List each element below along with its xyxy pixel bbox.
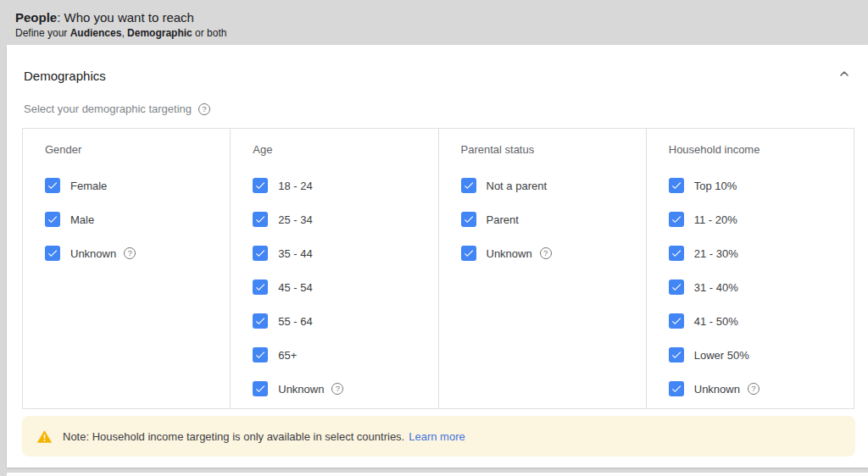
checkbox-label: 41 - 50% [694,315,738,328]
checkbox-row: 45 - 54 [253,270,437,304]
step-title-bold: People [15,10,57,25]
column-header: Gender [45,143,230,157]
column-header: Parental status [461,143,646,157]
demographics-column: Parental statusNot a parentParentUnknown… [439,129,647,408]
checkbox-row: Unknown? [45,236,230,270]
checkbox-row: 25 - 34 [253,202,437,236]
checked-checkbox[interactable] [253,347,268,363]
help-icon[interactable]: ? [124,247,136,259]
checkbox-label: Parent [487,213,519,226]
help-icon[interactable]: ? [331,383,343,395]
warning-icon [37,430,52,443]
checked-checkbox[interactable] [669,381,684,396]
checked-checkbox[interactable] [669,313,684,329]
checked-checkbox[interactable] [461,212,476,227]
checked-checkbox[interactable] [461,246,476,261]
next-card-sliver [7,473,868,476]
demographics-column: Household incomeTop 10%11 - 20%21 - 30%3… [647,129,854,408]
targeting-subtitle-row: Select your demographic targeting ? [24,102,210,115]
checked-checkbox[interactable] [669,178,684,193]
checkbox-label: 18 - 24 [278,180,312,192]
checkbox-row: Unknown? [669,372,854,406]
checked-checkbox[interactable] [45,246,60,261]
help-icon[interactable]: ? [540,247,552,259]
checkbox-row: Unknown? [253,372,437,406]
checked-checkbox[interactable] [253,178,268,193]
checkbox-row: Female [45,169,230,202]
checkbox-label: 11 - 20% [694,213,737,226]
checkbox-row: 11 - 20% [669,202,854,236]
demographics-column: GenderFemaleMaleUnknown? [23,129,231,408]
learn-more-link[interactable]: Learn more [409,430,465,443]
column-header: Age [253,143,437,157]
checkbox-label: 65+ [278,349,297,362]
checkbox-row: 55 - 64 [253,304,437,338]
checkbox-row: 21 - 30% [669,236,854,270]
checked-checkbox[interactable] [669,280,684,295]
help-icon[interactable]: ? [748,383,760,395]
checkbox-row: 18 - 24 [253,169,437,202]
card-title: Demographics [24,69,106,83]
checkbox-label: 35 - 44 [278,247,312,260]
demographics-table: GenderFemaleMaleUnknown?Age18 - 2425 - 3… [22,128,854,409]
checkbox-label: 25 - 34 [278,213,312,226]
checkbox-row: Top 10% [669,169,854,202]
collapse-button[interactable] [834,65,854,86]
checked-checkbox[interactable] [253,381,268,396]
checkbox-label: Top 10% [694,180,737,192]
column-header: Household income [669,143,854,157]
checkbox-label: Not a parent [487,180,548,192]
checkbox-label: 31 - 40% [694,281,738,294]
note-bar: Note: Household income targeting is only… [22,416,855,457]
checked-checkbox[interactable] [253,246,268,261]
checked-checkbox[interactable] [253,280,268,295]
checkbox-row: 35 - 44 [253,236,437,270]
checkbox-row: Not a parent [461,169,646,202]
checkbox-label: 21 - 30% [694,247,738,260]
checkbox-row: 65+ [253,338,437,372]
checkbox-label: Female [70,180,107,192]
step-sub-tail: or both [192,27,227,39]
checkbox-label: Unknown [487,247,532,260]
checkbox-row: 41 - 50% [669,304,854,338]
checkbox-label: Unknown [70,247,116,260]
checkbox-label: Lower 50% [694,349,749,362]
checkbox-row: Unknown? [461,236,646,270]
checked-checkbox[interactable] [461,178,476,193]
demographics-card: Demographics Select your demographic tar… [7,45,868,468]
checked-checkbox[interactable] [669,212,684,227]
checked-checkbox[interactable] [253,212,268,227]
checkbox-row: Parent [461,202,646,236]
checked-checkbox[interactable] [45,178,60,193]
targeting-subtitle: Select your demographic targeting [24,102,192,115]
step-sub-demographic: Demographic [127,27,192,39]
step-sub-audiences: Audiences [70,27,122,39]
checked-checkbox[interactable] [669,347,684,363]
step-sub-text: Define your [15,27,70,39]
checkbox-label: Unknown [694,383,740,396]
checkbox-row: Lower 50% [669,338,854,372]
checkbox-row: Male [45,202,230,236]
help-icon[interactable]: ? [198,103,210,115]
checked-checkbox[interactable] [253,313,268,329]
checkbox-label: Unknown [278,383,324,396]
step-header: People: Who you want to reach Define you… [0,0,868,45]
checked-checkbox[interactable] [669,246,684,261]
step-title: People: Who you want to reach [15,9,868,25]
step-subtitle: Define your Audiences, Demographic or bo… [15,26,868,40]
checkbox-label: 45 - 54 [278,281,312,294]
chevron-up-icon [837,67,851,84]
note-text: Note: Household income targeting is only… [63,430,404,443]
checkbox-label: Male [70,213,94,226]
checked-checkbox[interactable] [45,212,60,227]
demographics-column: Age18 - 2425 - 3435 - 4445 - 5455 - 6465… [231,129,438,408]
step-title-rest: : Who you want to reach [57,10,194,25]
checkbox-row: 31 - 40% [669,270,854,304]
checkbox-label: 55 - 64 [278,315,312,328]
